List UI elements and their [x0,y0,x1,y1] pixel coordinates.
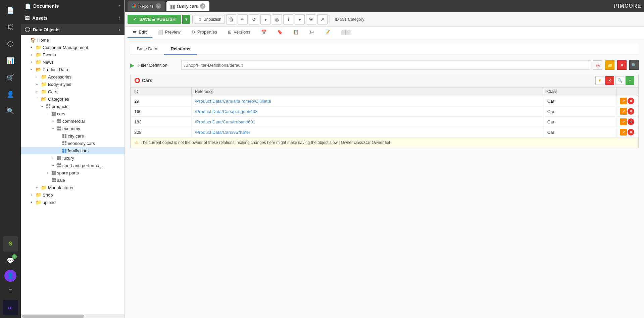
tab-versions[interactable]: ⊞ Versions [222,27,256,38]
tab-tag[interactable]: 🏷 [304,27,319,38]
tree-item-categories[interactable]: − 📂 Categories [21,95,125,103]
tree-item-luxury[interactable]: + luxury [21,154,125,162]
row-open-btn[interactable]: ↗ [620,108,627,115]
save-publish-button[interactable]: ✓ SAVE & PUBLISH [128,15,181,24]
filter-delete-btn[interactable]: ✕ [617,60,627,70]
products-expand-btn[interactable]: − [40,104,45,109]
tab-bookmark[interactable]: 🔖 [272,27,288,38]
row-delete-btn[interactable]: ✕ [628,98,634,104]
analytics-nav-icon[interactable]: 📊 [3,53,18,68]
cars-node-expand-btn[interactable]: − [45,111,50,116]
customer-expand-btn[interactable]: + [29,45,34,50]
search-nav-icon[interactable]: 🔍 [3,103,18,119]
tab-edit[interactable]: ✏ Edit [128,27,152,38]
tree-item-body-styles[interactable]: + 📁 Body-Styles [21,81,125,88]
save-publish-dropdown-button[interactable]: ▾ [182,15,190,24]
tree-item-upload[interactable]: + 📁 upload [21,199,125,206]
cell-reference[interactable]: /Product Data/Cars/trabant/601 [191,117,544,127]
tree-item-economy-cars[interactable]: economy cars [21,140,125,147]
tree-item-city-cars[interactable]: city cars [21,132,125,140]
reload-button[interactable]: ↺ [249,14,259,24]
shop-expand-btn[interactable]: + [29,192,34,198]
section-tab-relations[interactable]: Relations [164,44,197,55]
tree-item-products[interactable]: − products [21,103,125,110]
events-expand-btn[interactable]: + [29,52,34,57]
infinity-icon[interactable]: ∞ [3,300,18,315]
documents-nav-header[interactable]: 📄 Documents › [21,0,125,12]
info-dropdown-button[interactable]: ▾ [295,14,305,24]
tree-item-economy[interactable]: − economy [21,125,125,132]
edit-pencil-button[interactable]: ✏ [238,14,248,24]
family-cars-tab[interactable]: family cars ✕ [166,1,209,11]
filter-search-btn[interactable]: 🔍 [629,60,639,70]
cars-expand-btn[interactable]: + [34,89,40,94]
tree-item-manufacturer[interactable]: + 📁 Manufacturer [21,184,125,191]
reload-dropdown-button[interactable]: ▾ [260,14,270,24]
row-delete-btn[interactable]: ✕ [628,129,634,136]
cars-search-btn[interactable]: 🔍 [615,76,624,85]
row-open-btn[interactable]: ↗ [620,98,627,104]
body-styles-expand-btn[interactable]: + [34,82,40,87]
row-open-btn[interactable]: ↗ [620,129,627,136]
chat-icon[interactable]: 💬 4 [3,253,18,268]
section-tab-base-data[interactable]: Base Data [130,44,164,55]
row-delete-btn[interactable]: ✕ [628,108,634,115]
view-button[interactable]: 👁 [306,14,316,24]
cell-reference[interactable]: /Product Data/Cars/peugeot/403 [191,106,544,117]
tree-item-cars-node[interactable]: − cars [21,110,125,117]
assets-nav-icon[interactable]: 🖼 [3,19,18,35]
accessories-expand-btn[interactable]: + [34,74,40,80]
luxury-expand-btn[interactable]: + [50,155,56,161]
family-cars-tab-close[interactable]: ✕ [200,3,205,9]
tab-properties[interactable]: ⚙ Properties [186,27,222,38]
tree-item-sport[interactable]: + sport and performa... [21,162,125,169]
sport-expand-btn[interactable]: + [50,163,56,168]
reports-tab[interactable]: Reports ✕ [128,1,165,11]
tab-tasks[interactable]: 📋 [288,27,304,38]
categories-expand-btn[interactable]: − [34,96,40,102]
share-button[interactable]: ↗ [317,14,328,24]
tree-item-customer-management[interactable]: + 📁 Customer Management [21,44,125,51]
tree-item-commercial[interactable]: + commercial [21,117,125,125]
spare-parts-expand-btn[interactable]: + [45,170,50,175]
tab-calendar[interactable]: 📅 [256,27,272,38]
reports-tab-close[interactable]: ✕ [156,3,161,9]
tree-item-home[interactable]: 🏠 Home [21,36,125,44]
documents-nav-icon[interactable]: 📄 [3,3,18,18]
users-nav-icon[interactable]: 👤 [3,87,18,102]
scrollbar-thumb[interactable] [22,315,84,318]
cell-reference[interactable]: /Product Data/Cars/alfa romeo/Giulietta [191,96,544,106]
tree-item-cars[interactable]: + 📁 Cars [21,88,125,95]
tree-item-spare-parts[interactable]: + spare parts [21,169,125,176]
tree-item-product-data[interactable]: − 📂 Product Data [21,66,125,73]
data-objects-nav-header[interactable]: Data Objects › [21,24,125,35]
upload-expand-btn[interactable]: + [29,200,34,205]
delete-button[interactable]: 🗑 [226,14,236,24]
assets-nav-header[interactable]: 🖼 Assets › [21,12,125,24]
row-delete-btn[interactable]: ✕ [628,118,634,125]
queue-icon[interactable]: ≡ [3,283,18,299]
cars-filter-btn[interactable]: ▼ [595,76,604,85]
filter-folder-btn[interactable]: 📁 [605,60,614,70]
filter-definition-input[interactable] [181,60,590,70]
filter-target-btn[interactable]: ◎ [593,60,602,70]
ecommerce-nav-icon[interactable]: 🛒 [3,70,18,85]
commercial-expand-btn[interactable]: + [50,118,56,124]
cars-remove-btn[interactable]: ✕ [605,76,614,85]
home-expand-btn[interactable] [23,37,29,43]
tree-item-accessories[interactable]: + 📁 Accessories [21,73,125,81]
tree-item-events[interactable]: + 📁 Events [21,51,125,58]
cell-reference[interactable]: /Product Data/Cars/vw/Käfer [191,127,544,138]
product-data-expand-btn[interactable]: − [29,67,34,72]
nav-scrollbar[interactable] [21,314,125,318]
info-button[interactable]: ℹ [283,14,293,24]
profile-icon[interactable]: 👤 [4,270,16,282]
cars-add-btn[interactable]: + [626,76,634,85]
row-open-btn[interactable]: ↗ [620,118,627,125]
symfony-icon[interactable]: S [3,236,18,252]
economy-expand-btn[interactable]: − [50,126,56,131]
tree-item-news[interactable]: + 📁 News [21,58,125,66]
data-objects-nav-icon[interactable] [3,36,18,52]
target-button[interactable]: ◎ [272,14,282,24]
tree-item-family-cars[interactable]: family cars [21,147,125,154]
